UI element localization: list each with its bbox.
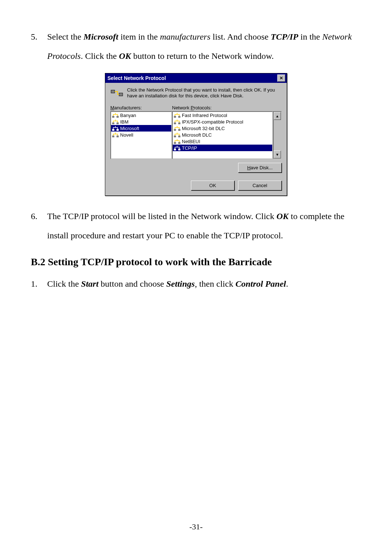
svg-rect-13 bbox=[178, 122, 180, 124]
svg-rect-14 bbox=[174, 129, 176, 131]
protocols-label: Network Protocols: bbox=[172, 105, 282, 110]
list-item-label: TCP/IP bbox=[182, 145, 197, 151]
step-number: 5. bbox=[31, 27, 47, 66]
close-button[interactable]: ✕ bbox=[277, 74, 285, 82]
svg-rect-21 bbox=[178, 149, 180, 150]
step-1: 1. Click the Start button and choose Set… bbox=[31, 274, 361, 294]
list-item-label: Microsoft DLC bbox=[182, 132, 212, 138]
list-item-label: IBM bbox=[120, 119, 128, 125]
protocol-icon bbox=[112, 112, 119, 118]
have-disk-button[interactable]: Have Disk... bbox=[238, 163, 282, 173]
scroll-down-button[interactable]: ▼ bbox=[274, 150, 281, 158]
list-item[interactable]: Novell bbox=[111, 132, 171, 138]
cancel-button[interactable]: Cancel bbox=[238, 181, 282, 190]
list-item-label: Novell bbox=[120, 132, 133, 138]
triangle-up-icon: ▲ bbox=[275, 114, 279, 118]
step-text: The TCP/IP protocol will be listed in th… bbox=[47, 207, 361, 245]
protocol-icon bbox=[174, 112, 180, 118]
svg-rect-3 bbox=[117, 116, 119, 118]
step-number: 6. bbox=[31, 207, 47, 245]
protocols-scrollbar[interactable]: ▲ ▼ bbox=[273, 111, 282, 159]
step-text: Select the Microsoft item in the manufac… bbox=[47, 27, 361, 66]
svg-rect-4 bbox=[112, 122, 114, 124]
protocol-icon bbox=[112, 125, 119, 131]
protocols-listbox[interactable]: Fast Infrared Protocol IPX/SPX-compatibl… bbox=[172, 111, 273, 159]
ok-button[interactable]: OK bbox=[191, 181, 234, 190]
dialog-description: Click the Network Protocol that you want… bbox=[127, 87, 282, 100]
protocol-icon bbox=[112, 119, 119, 125]
dialog-title: Select Network Protocol bbox=[107, 75, 166, 81]
svg-rect-20 bbox=[174, 149, 176, 150]
svg-rect-11 bbox=[178, 116, 180, 118]
svg-rect-16 bbox=[174, 136, 176, 137]
list-item[interactable]: NetBEUI bbox=[173, 138, 272, 145]
svg-rect-2 bbox=[112, 116, 114, 118]
step-text: Click the Start button and choose Settin… bbox=[47, 274, 288, 294]
list-item-label: Fast Infrared Protocol bbox=[182, 113, 227, 118]
list-item-label: Banyan bbox=[120, 113, 136, 118]
scroll-up-button[interactable]: ▲ bbox=[274, 112, 281, 120]
dialog-titlebar: Select Network Protocol ✕ bbox=[105, 73, 287, 83]
select-network-protocol-dialog: Select Network Protocol ✕ Click the Netw… bbox=[105, 73, 287, 196]
section-heading: B.2 Setting TCP/IP protocol to work with… bbox=[31, 256, 361, 268]
list-item-label: Microsoft 32-bit DLC bbox=[182, 126, 225, 131]
svg-rect-8 bbox=[112, 136, 114, 137]
page-number: -31- bbox=[0, 522, 392, 532]
list-item[interactable]: IPX/SPX-compatible Protocol bbox=[173, 118, 272, 125]
step-5: 5. Select the Microsoft item in the manu… bbox=[31, 27, 361, 66]
svg-rect-10 bbox=[174, 116, 176, 118]
svg-rect-6 bbox=[112, 129, 114, 131]
list-item[interactable]: Microsoft bbox=[111, 125, 171, 132]
svg-rect-5 bbox=[117, 122, 119, 124]
svg-rect-9 bbox=[117, 136, 119, 137]
protocol-icon bbox=[174, 132, 180, 138]
manufacturers-label: Manufacturers: bbox=[110, 105, 172, 110]
list-item[interactable]: TCP/IP bbox=[173, 145, 272, 151]
protocol-icon bbox=[174, 125, 180, 131]
step-6: 6. The TCP/IP protocol will be listed in… bbox=[31, 207, 361, 245]
list-item-label: NetBEUI bbox=[182, 139, 200, 144]
close-icon: ✕ bbox=[279, 76, 283, 80]
list-item-label: IPX/SPX-compatible Protocol bbox=[182, 119, 243, 125]
svg-rect-0 bbox=[111, 90, 115, 93]
svg-rect-12 bbox=[174, 122, 176, 124]
step-number: 1. bbox=[31, 274, 47, 294]
protocol-icon bbox=[112, 132, 119, 138]
list-item-label: Microsoft bbox=[120, 126, 139, 131]
protocol-wire-icon bbox=[110, 87, 123, 99]
protocol-icon bbox=[174, 145, 180, 151]
list-item[interactable]: Fast Infrared Protocol bbox=[173, 112, 272, 118]
protocol-icon bbox=[174, 119, 180, 125]
manufacturers-listbox[interactable]: Banyan IBM Microsoft Novell bbox=[110, 111, 172, 159]
svg-rect-17 bbox=[178, 136, 180, 137]
list-item[interactable]: Microsoft DLC bbox=[173, 132, 272, 138]
svg-rect-1 bbox=[119, 93, 123, 96]
list-item[interactable]: Banyan bbox=[111, 112, 171, 118]
list-item[interactable]: IBM bbox=[111, 118, 171, 125]
protocol-icon bbox=[174, 138, 180, 144]
triangle-down-icon: ▼ bbox=[275, 153, 279, 157]
svg-rect-15 bbox=[178, 129, 180, 131]
svg-rect-19 bbox=[178, 142, 180, 144]
svg-rect-18 bbox=[174, 142, 176, 144]
svg-rect-7 bbox=[117, 129, 119, 131]
list-item[interactable]: Microsoft 32-bit DLC bbox=[173, 125, 272, 132]
